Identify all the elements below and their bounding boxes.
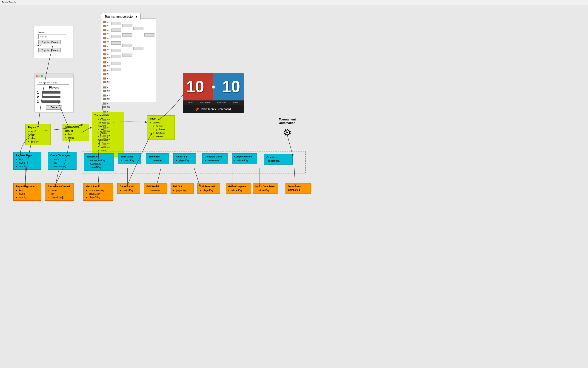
- bracket-match-r3-3: [122, 44, 132, 47]
- player-row-1: 1: [37, 91, 71, 94]
- scoreboard-buttons: Point Back Point Back Point Point: [183, 101, 244, 105]
- command-start-game: Start Game matchKey: [118, 153, 141, 164]
- evt-match-completed-fields: winnerKey: [255, 189, 276, 192]
- command-register-player: Register Player key name country: [13, 152, 41, 170]
- cmd-sg-mk: matchKey: [124, 159, 139, 162]
- bracket-player-1: P1: [103, 20, 110, 24]
- evt-ball-returned-title: Ball Returned: [200, 185, 218, 188]
- bracket-player-29: P29: [103, 134, 110, 137]
- bracket-round-2: [111, 22, 121, 149]
- create-button[interactable]: Create: [46, 105, 62, 110]
- scoreboard-footer: 🏓 Table Tennis Scoreboard: [183, 105, 244, 113]
- bracket-round-4: [133, 27, 143, 149]
- score-btn-backpoint-2[interactable]: Back Point: [217, 101, 226, 104]
- cmd-serve-ball-title: Serve Ball: [148, 155, 166, 158]
- evt-tc-key: key: [51, 192, 71, 196]
- cmd-start-game-title: Start Game: [121, 155, 139, 158]
- cmd-serve-ball-fields: playerKey: [148, 159, 166, 162]
- bracket-player-12: P12: [103, 64, 110, 67]
- cmd-complete-match-fields: winnerKey: [234, 159, 255, 162]
- evt-bo-pk: playerKey: [176, 189, 191, 192]
- bracket-player-9: P9: [103, 53, 110, 56]
- bracket-player-26: P26: [103, 121, 110, 125]
- evt-match-completed-title: Match Completed: [255, 185, 276, 188]
- bracket-player-22: P22: [103, 105, 110, 109]
- evt-tournament-created-title: Tournament Created: [48, 185, 71, 188]
- players-field-key: key: [31, 133, 48, 137]
- register-player-button-2[interactable]: Register Player: [38, 48, 61, 52]
- tournament-name-input[interactable]: [37, 81, 69, 85]
- cmd-create-tournament-title: Create Tournament: [50, 154, 74, 157]
- bracket-player-19: P19: [103, 94, 110, 97]
- event-ball-served: Ball Served playerKey: [144, 183, 167, 194]
- bracket-player-4: P4: [103, 32, 110, 35]
- tournament-automation-label: Tournament automation: [272, 118, 302, 125]
- cmd-start-game-fields: matchKey: [121, 159, 139, 162]
- tournaments-data-box: Tournaments array of: key name: [63, 124, 89, 141]
- event-tournament-completed: Tournament Completed: [285, 183, 311, 194]
- bracket-match-r2-3: [111, 35, 121, 38]
- evt-ball-out-title: Ball Out: [173, 185, 191, 188]
- bracket-player-28: P28: [103, 129, 110, 133]
- cmd-ct-key: key: [54, 161, 74, 165]
- bracket-player-13: P13: [103, 69, 110, 72]
- bracket-player-21: P21: [103, 102, 110, 105]
- scoreboard-label: Table Tennis Scoreboard: [201, 108, 231, 111]
- bracket-match-r2-6: [111, 55, 121, 58]
- score-right: 10: [222, 77, 240, 96]
- bracket-player-10: P10: [103, 56, 110, 59]
- players-field-name: name: [31, 137, 48, 140]
- tournaments-box-fields: key name: [65, 133, 86, 139]
- players-box-subtitle: array of:: [28, 130, 48, 133]
- evt-match-started-title: MatchStarted: [86, 185, 110, 188]
- bracket-match-r2-7: [111, 62, 121, 65]
- evt-ms-p1k: player1Key: [89, 192, 110, 196]
- score-divider: ●: [211, 83, 215, 91]
- scoreboard-scores: 10 ● 10: [183, 73, 244, 101]
- player-num-3: 3: [37, 100, 41, 103]
- bracket-player-14: P14: [103, 72, 110, 75]
- cmd-rp-country: country: [19, 165, 38, 168]
- evt-ms-p2k: player2Key: [89, 196, 110, 199]
- bracket-player-23: P23: [103, 110, 110, 113]
- window-min-dot: [38, 75, 40, 77]
- event-player-registered: Player Registered key name country: [13, 183, 41, 201]
- player-num-1: 1: [37, 91, 41, 94]
- cmd-return-ball-fields: playerKey: [176, 159, 194, 162]
- canvas: Tournament selector ▾ P1 P2 P3 P4 P5 P6 …: [0, 5, 588, 368]
- bracket-match-r4-2: [133, 47, 143, 50]
- bracket-player-25: P25: [103, 118, 110, 121]
- m-field-games: games[] server p1Score p2Score winner: [153, 121, 172, 138]
- bracket-player-8: P8: [103, 48, 110, 51]
- m-field-p2score: p2Score: [156, 131, 172, 135]
- player-bar-2: [42, 96, 60, 98]
- tournament-selector[interactable]: Tournament selector ▾: [101, 13, 141, 20]
- players-box-fields: key name country: [28, 133, 48, 143]
- event-tournament-created: Tournament Created name key playerKeys[]: [45, 183, 74, 201]
- cmd-ct-name: name: [54, 158, 74, 161]
- bracket-match-r3-1: [122, 24, 132, 27]
- player-num-2: 2: [37, 95, 41, 99]
- cmd-start-match-title: Start Match: [86, 155, 111, 158]
- score-left: 10: [186, 77, 204, 96]
- title-bar: Table Tennis: [0, 0, 588, 5]
- score-btn-backpoint-1[interactable]: Back Point: [200, 101, 210, 104]
- cmd-ct-playerkeys: playerKeys[]: [54, 165, 74, 168]
- tournament-selector-label: Tournament selector: [105, 15, 134, 18]
- name-input[interactable]: [38, 34, 66, 39]
- create-tournament-form: Players 1 2 3 Create: [35, 74, 74, 112]
- event-ball-out: Ball Out playerKey: [171, 183, 193, 194]
- window-max-dot: [41, 75, 43, 77]
- cmd-sm-tk: tournamentKey: [90, 159, 111, 162]
- evt-tournament-completed-title: Tournament Completed: [288, 185, 308, 192]
- player-row-2: 2: [37, 95, 71, 99]
- score-btn-point-1[interactable]: Point: [188, 101, 193, 104]
- score-btn-point-2[interactable]: Point: [233, 101, 238, 104]
- m-field-server: server: [156, 124, 172, 128]
- players-field-country: country: [31, 140, 48, 143]
- cmd-complete-tournament-title: Complete Tournament: [266, 156, 290, 163]
- register-player-form: Name Register Player Register Player: [33, 26, 74, 58]
- cmd-start-match-fields: tournamentKey player1Key player2Key: [86, 159, 111, 169]
- player-bar-1: [42, 91, 60, 93]
- players-box-title: Players: [28, 126, 48, 129]
